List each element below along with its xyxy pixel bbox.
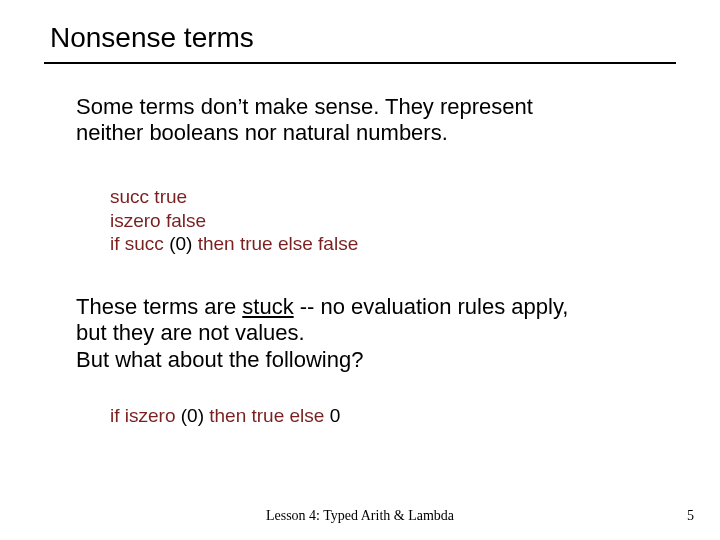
footer-page-number: 5 <box>687 508 694 524</box>
kw-true-2: true <box>240 233 273 254</box>
kw-iszero: iszero <box>110 210 161 231</box>
para-1-line-1: Some terms don’t make sense. They repres… <box>76 94 533 119</box>
kw-then-2: then <box>209 405 246 426</box>
slide: Nonsense terms Some terms don’t make sen… <box>0 0 720 540</box>
code-line-3: if succ (0) then true else false <box>110 232 666 256</box>
kw-then: then <box>198 233 235 254</box>
para-2: These terms are stuck -- no evaluation r… <box>76 294 666 373</box>
para-2-line-1-pre: These terms are <box>76 294 242 319</box>
code-block-1: succ true iszero false if succ (0) then … <box>110 185 666 256</box>
code-block-2: if iszero (0) then true else 0 <box>110 405 666 428</box>
kw-if: if <box>110 233 120 254</box>
word-stuck: stuck <box>242 294 293 319</box>
kw-false: false <box>166 210 206 231</box>
kw-succ-2: succ <box>125 233 164 254</box>
para-2-line-3: But what about the following? <box>76 347 363 372</box>
kw-iszero-2: iszero <box>125 405 176 426</box>
code-line-1: succ true <box>110 185 666 209</box>
txt-zero-paren: (0) <box>169 233 198 254</box>
code2-line-1: if iszero (0) then true else 0 <box>110 405 666 428</box>
txt-zero-paren-2: (0) <box>181 405 210 426</box>
kw-false-2: false <box>318 233 358 254</box>
txt-zero: 0 <box>330 405 341 426</box>
kw-if-2: if <box>110 405 120 426</box>
title-rule <box>44 62 676 64</box>
kw-else: else <box>278 233 313 254</box>
kw-else-2: else <box>290 405 325 426</box>
para-1-line-2: neither booleans nor natural numbers. <box>76 120 448 145</box>
para-2-line-2: but they are not values. <box>76 320 305 345</box>
slide-body: Some terms don’t make sense. They repres… <box>76 94 666 428</box>
slide-title: Nonsense terms <box>50 22 254 54</box>
kw-true-3: true <box>252 405 285 426</box>
code-line-2: iszero false <box>110 209 666 233</box>
para-2-line-1-post: -- no evaluation rules apply, <box>294 294 569 319</box>
kw-succ: succ <box>110 186 149 207</box>
kw-true: true <box>154 186 187 207</box>
para-1: Some terms don’t make sense. They repres… <box>76 94 666 147</box>
footer-lesson: Lesson 4: Typed Arith & Lambda <box>0 508 720 524</box>
